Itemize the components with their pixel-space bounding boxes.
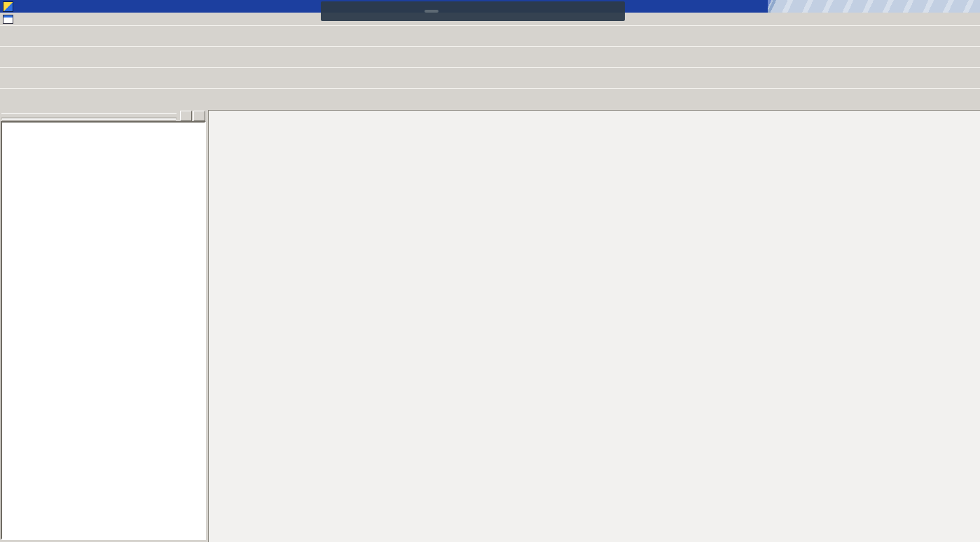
- workspace: [0, 110, 980, 542]
- pane-grip[interactable]: [1, 113, 177, 118]
- project-tree: [1, 121, 206, 540]
- toolbar-row-4: [0, 88, 980, 111]
- remote-control-overlay: [321, 1, 625, 21]
- project-tree-pane: [0, 110, 208, 542]
- tree-pane-header: [1, 110, 206, 121]
- mdi-child-icon[interactable]: [3, 15, 13, 24]
- pane-dropdown-button[interactable]: [180, 111, 192, 121]
- end-remote-button[interactable]: [425, 10, 439, 13]
- toolbar-row-1: [0, 25, 980, 48]
- ladder-editor[interactable]: [208, 110, 980, 542]
- toolbar-row-2: [0, 46, 980, 69]
- toolbar-row-3: [0, 67, 980, 90]
- titlebar-diagonal-decoration: [768, 0, 980, 13]
- pane-close-button[interactable]: [193, 111, 205, 121]
- app-icon: [3, 1, 13, 12]
